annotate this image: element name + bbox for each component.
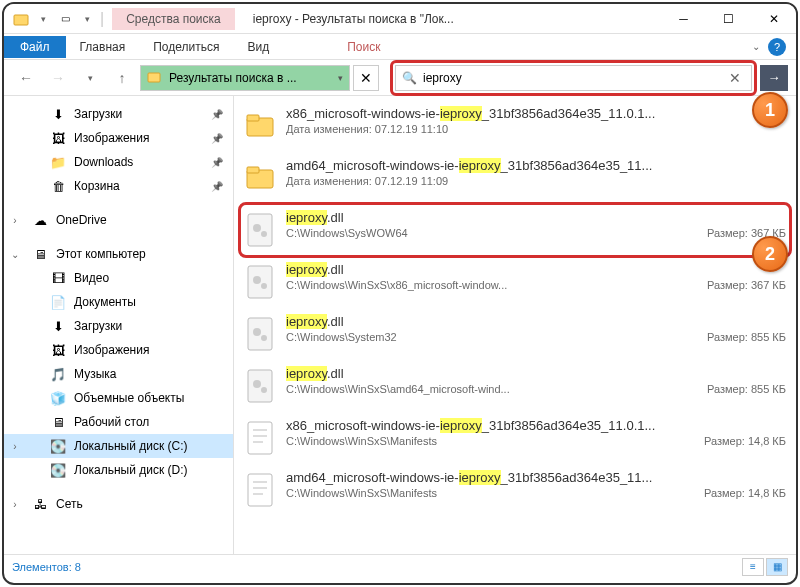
nav-up-button[interactable]: ↑ xyxy=(108,64,136,92)
annotation-badge-1: 1 xyxy=(752,92,788,128)
sidebar-item-network[interactable]: ›🖧Сеть xyxy=(4,492,233,516)
breadcrumb-stop-button[interactable]: ✕ xyxy=(353,65,379,91)
sidebar-item-thispc[interactable]: ⌄🖥Этот компьютер xyxy=(4,242,233,266)
titlebar: ▾ ▭ ▾ | Средства поиска ieproxy - Резуль… xyxy=(4,4,796,34)
sidebar-item-drive[interactable]: 🎵Музыка xyxy=(4,362,233,386)
chevron-down-icon[interactable]: ⌄ xyxy=(8,249,22,260)
sidebar-item-label: Локальный диск (C:) xyxy=(74,439,188,453)
sidebar-item-drive[interactable]: 🧊Объемные объекты xyxy=(4,386,233,410)
sidebar-item-drive[interactable]: 🖼Изображения xyxy=(4,338,233,362)
chevron-right-icon[interactable]: › xyxy=(8,441,22,452)
nav-recent-icon[interactable]: ▾ xyxy=(76,64,104,92)
result-meta-left: Дата изменения: 07.12.19 11:10 xyxy=(286,123,448,135)
sidebar-item-quick[interactable]: ⬇Загрузки xyxy=(4,102,233,126)
status-text: Элементов: 8 xyxy=(12,561,81,573)
sidebar-item-label: Видео xyxy=(74,271,109,285)
search-box[interactable]: 🔍 ✕ xyxy=(395,65,752,91)
drive-icon: 💽 xyxy=(50,438,66,454)
sidebar-item-label: Рабочий стол xyxy=(74,415,149,429)
sidebar-item-onedrive[interactable]: ›☁OneDrive xyxy=(4,208,233,232)
sidebar-item-drive[interactable]: 🖥Рабочий стол xyxy=(4,410,233,434)
maximize-button[interactable]: ☐ xyxy=(706,4,751,34)
search-input[interactable] xyxy=(423,71,725,85)
result-meta-left: C:\Windows\WinSxS\Manifests xyxy=(286,487,437,499)
minimize-button[interactable]: ─ xyxy=(661,4,706,34)
sidebar-item-quick[interactable]: 📁Downloads xyxy=(4,150,233,174)
folder-icon: ⬇ xyxy=(50,106,66,122)
chevron-right-icon[interactable]: › xyxy=(8,215,22,226)
chevron-right-icon[interactable]: › xyxy=(8,499,22,510)
nav-forward-button[interactable]: → xyxy=(44,64,72,92)
ribbon-search-tab[interactable]: Поиск xyxy=(333,36,394,58)
result-row[interactable]: x86_microsoft-windows-ie-ieproxy_31bf385… xyxy=(234,100,796,152)
result-row[interactable]: ieproxy.dll C:\Windows\WinSxS\x86_micros… xyxy=(234,256,796,308)
onedrive-icon: ☁ xyxy=(32,212,48,228)
breadcrumb-dropdown-icon[interactable]: ▾ xyxy=(338,73,343,83)
qat-dropdown2-icon[interactable]: ▾ xyxy=(78,10,96,28)
help-icon[interactable]: ? xyxy=(768,38,786,56)
ribbon-view-tab[interactable]: Вид xyxy=(233,36,283,58)
result-meta-right: Размер: 855 КБ xyxy=(707,331,786,343)
file-icon xyxy=(244,366,276,406)
quick-access-toolbar: ▾ ▭ ▾ | xyxy=(4,10,112,28)
result-row[interactable]: amd64_microsoft-windows-ie-ieproxy_31bf3… xyxy=(234,152,796,204)
svg-rect-0 xyxy=(14,15,28,25)
sidebar-item-drive[interactable]: 📄Документы xyxy=(4,290,233,314)
drive-icon: 🎵 xyxy=(50,366,66,382)
result-row[interactable]: x86_microsoft-windows-ie-ieproxy_31bf385… xyxy=(234,412,796,464)
sidebar-item-label: Локальный диск (D:) xyxy=(74,463,188,477)
sidebar-item-label: Downloads xyxy=(74,155,133,169)
drive-icon: 🖥 xyxy=(50,414,66,430)
pc-icon: 🖥 xyxy=(32,246,48,262)
result-meta-left: C:\Windows\WinSxS\x86_microsoft-window..… xyxy=(286,279,507,291)
result-name: x86_microsoft-windows-ie-ieproxy_31bf385… xyxy=(286,106,786,121)
drive-icon: 💽 xyxy=(50,462,66,478)
sidebar-item-drive[interactable]: ⬇Загрузки xyxy=(4,314,233,338)
search-go-button[interactable]: → xyxy=(760,65,788,91)
ribbon-file-tab[interactable]: Файл xyxy=(4,36,66,58)
svg-point-8 xyxy=(261,231,267,237)
sidebar-item-quick[interactable]: 🗑Корзина xyxy=(4,174,233,198)
svg-point-17 xyxy=(261,387,267,393)
sidebar-item-label: Корзина xyxy=(74,179,120,193)
svg-point-14 xyxy=(261,335,267,341)
contextual-tab-header: Средства поиска xyxy=(112,8,235,30)
properties-icon[interactable]: ▭ xyxy=(56,10,74,28)
ribbon-home-tab[interactable]: Главная xyxy=(66,36,140,58)
navbar: ← → ▾ ↑ Результаты поиска в ... ▾ ✕ 🔍 ✕ … xyxy=(4,60,796,96)
results-list: x86_microsoft-windows-ie-ieproxy_31bf385… xyxy=(234,96,796,554)
breadcrumb[interactable]: Результаты поиска в ... ▾ xyxy=(140,65,350,91)
sidebar-item-drive[interactable]: ›💽Локальный диск (C:) xyxy=(4,434,233,458)
nav-back-button[interactable]: ← xyxy=(12,64,40,92)
svg-point-7 xyxy=(253,224,261,232)
sidebar-item-label: OneDrive xyxy=(56,213,107,227)
ribbon-expand-icon[interactable]: ⌄ xyxy=(752,41,760,52)
result-name: ieproxy.dll xyxy=(286,210,786,225)
svg-rect-18 xyxy=(248,422,272,454)
search-clear-button[interactable]: ✕ xyxy=(725,70,745,86)
folder-icon: 🖼 xyxy=(50,130,66,146)
sidebar-item-drive[interactable]: 🎞Видео xyxy=(4,266,233,290)
drive-icon: 🎞 xyxy=(50,270,66,286)
result-row[interactable]: amd64_microsoft-windows-ie-ieproxy_31bf3… xyxy=(234,464,796,516)
file-icon xyxy=(244,210,276,250)
svg-point-10 xyxy=(253,276,261,284)
result-name: x86_microsoft-windows-ie-ieproxy_31bf385… xyxy=(286,418,786,433)
result-meta-right: Размер: 14,8 КБ xyxy=(704,487,786,499)
sidebar-item-drive[interactable]: 💽Локальный диск (D:) xyxy=(4,458,233,482)
result-row[interactable]: ieproxy.dll C:\Windows\System32Размер: 8… xyxy=(234,308,796,360)
result-row[interactable]: ieproxy.dll C:\Windows\SysWOW64Размер: 3… xyxy=(234,204,796,256)
qat-dropdown-icon[interactable]: ▾ xyxy=(34,10,52,28)
ribbon: Файл Главная Поделиться Вид Поиск ⌄ ? xyxy=(4,34,796,60)
sidebar-item-quick[interactable]: 🖼Изображения xyxy=(4,126,233,150)
breadcrumb-text: Результаты поиска в ... xyxy=(169,71,297,85)
result-meta-right: Размер: 14,8 КБ xyxy=(704,435,786,447)
view-icons-button[interactable]: ▦ xyxy=(766,558,788,576)
ribbon-share-tab[interactable]: Поделиться xyxy=(139,36,233,58)
close-button[interactable]: ✕ xyxy=(751,4,796,34)
svg-point-16 xyxy=(253,380,261,388)
folder-icon: 🗑 xyxy=(50,178,66,194)
view-details-button[interactable]: ≡ xyxy=(742,558,764,576)
result-row[interactable]: ieproxy.dll C:\Windows\WinSxS\amd64_micr… xyxy=(234,360,796,412)
statusbar: Элементов: 8 ≡ ▦ xyxy=(4,554,796,578)
